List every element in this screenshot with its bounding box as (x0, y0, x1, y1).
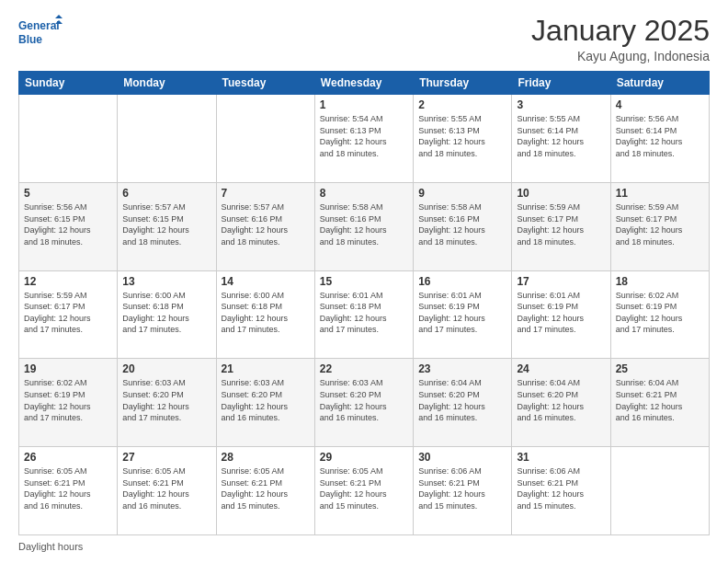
day-number: 27 (122, 451, 210, 464)
calendar-week-row: 26Sunrise: 6:05 AM Sunset: 6:21 PM Dayli… (19, 447, 710, 535)
calendar-cell: 9Sunrise: 5:58 AM Sunset: 6:16 PM Daylig… (414, 182, 512, 270)
calendar-cell: 20Sunrise: 6:03 AM Sunset: 6:20 PM Dayli… (118, 359, 216, 447)
calendar-cell: 15Sunrise: 6:01 AM Sunset: 6:18 PM Dayli… (314, 270, 413, 359)
day-info: Sunrise: 6:00 AM Sunset: 6:18 PM Dayligh… (222, 290, 310, 336)
calendar-cell (118, 95, 216, 183)
day-number: 26 (24, 451, 112, 464)
day-number: 18 (616, 275, 704, 288)
calendar-day-header: Thursday (414, 72, 512, 95)
calendar-cell: 19Sunrise: 6:02 AM Sunset: 6:19 PM Dayli… (19, 359, 118, 447)
calendar-week-row: 5Sunrise: 5:56 AM Sunset: 6:15 PM Daylig… (19, 182, 710, 270)
calendar-cell (216, 95, 314, 183)
day-info: Sunrise: 5:57 AM Sunset: 6:15 PM Dayligh… (122, 201, 210, 247)
calendar-cell: 16Sunrise: 6:01 AM Sunset: 6:19 PM Dayli… (414, 270, 512, 359)
calendar-cell: 22Sunrise: 6:03 AM Sunset: 6:20 PM Dayli… (314, 359, 413, 447)
day-number: 12 (24, 275, 112, 288)
day-info: Sunrise: 6:03 AM Sunset: 6:20 PM Dayligh… (122, 377, 210, 423)
day-number: 16 (418, 275, 506, 288)
svg-text:Blue: Blue (18, 33, 42, 46)
day-number: 10 (517, 187, 605, 200)
calendar-cell: 28Sunrise: 6:05 AM Sunset: 6:21 PM Dayli… (216, 447, 314, 535)
calendar-cell (610, 447, 709, 535)
calendar-cell: 8Sunrise: 5:58 AM Sunset: 6:16 PM Daylig… (314, 182, 413, 270)
day-info: Sunrise: 5:58 AM Sunset: 6:16 PM Dayligh… (418, 201, 506, 247)
calendar-cell: 17Sunrise: 6:01 AM Sunset: 6:19 PM Dayli… (512, 270, 610, 359)
calendar-cell: 31Sunrise: 6:06 AM Sunset: 6:21 PM Dayli… (512, 447, 610, 535)
day-number: 15 (320, 275, 408, 288)
day-number: 2 (418, 98, 506, 111)
day-number: 4 (616, 98, 704, 111)
logo-svg: General Blue (18, 15, 63, 50)
day-number: 11 (616, 187, 704, 200)
day-info: Sunrise: 6:05 AM Sunset: 6:21 PM Dayligh… (122, 465, 210, 511)
day-number: 3 (517, 98, 605, 111)
calendar-cell: 6Sunrise: 5:57 AM Sunset: 6:15 PM Daylig… (118, 182, 216, 270)
day-info: Sunrise: 6:02 AM Sunset: 6:19 PM Dayligh… (24, 377, 112, 423)
calendar-day-header: Friday (512, 72, 610, 95)
calendar-cell: 25Sunrise: 6:04 AM Sunset: 6:21 PM Dayli… (610, 359, 709, 447)
svg-text:General: General (18, 19, 60, 32)
day-info: Sunrise: 6:04 AM Sunset: 6:20 PM Dayligh… (418, 377, 506, 423)
day-info: Sunrise: 5:57 AM Sunset: 6:16 PM Dayligh… (222, 201, 310, 247)
day-info: Sunrise: 6:05 AM Sunset: 6:21 PM Dayligh… (320, 465, 408, 511)
calendar-cell: 12Sunrise: 5:59 AM Sunset: 6:17 PM Dayli… (19, 270, 118, 359)
day-info: Sunrise: 6:06 AM Sunset: 6:21 PM Dayligh… (517, 465, 605, 511)
day-number: 28 (222, 451, 310, 464)
calendar-day-header: Saturday (610, 72, 709, 95)
day-info: Sunrise: 5:56 AM Sunset: 6:14 PM Dayligh… (616, 113, 704, 159)
day-info: Sunrise: 5:56 AM Sunset: 6:15 PM Dayligh… (24, 201, 112, 247)
day-number: 9 (418, 187, 506, 200)
day-number: 19 (24, 362, 112, 375)
calendar-day-header: Wednesday (314, 72, 413, 95)
day-info: Sunrise: 6:04 AM Sunset: 6:20 PM Dayligh… (517, 377, 605, 423)
day-number: 8 (320, 187, 408, 200)
day-number: 30 (418, 451, 506, 464)
day-number: 24 (517, 362, 605, 375)
day-number: 31 (517, 451, 605, 464)
day-info: Sunrise: 6:00 AM Sunset: 6:18 PM Dayligh… (122, 290, 210, 336)
calendar-header-row: SundayMondayTuesdayWednesdayThursdayFrid… (19, 72, 710, 95)
day-number: 5 (24, 187, 112, 200)
day-info: Sunrise: 6:05 AM Sunset: 6:21 PM Dayligh… (222, 465, 310, 511)
day-info: Sunrise: 5:55 AM Sunset: 6:13 PM Dayligh… (418, 113, 506, 159)
calendar-cell: 3Sunrise: 5:55 AM Sunset: 6:14 PM Daylig… (512, 95, 610, 183)
day-info: Sunrise: 6:04 AM Sunset: 6:21 PM Dayligh… (616, 377, 704, 423)
calendar-cell: 11Sunrise: 5:59 AM Sunset: 6:17 PM Dayli… (610, 182, 709, 270)
calendar-cell: 24Sunrise: 6:04 AM Sunset: 6:20 PM Dayli… (512, 359, 610, 447)
day-number: 21 (222, 362, 310, 375)
calendar-cell: 4Sunrise: 5:56 AM Sunset: 6:14 PM Daylig… (610, 95, 709, 183)
day-number: 6 (122, 187, 210, 200)
calendar-cell: 14Sunrise: 6:00 AM Sunset: 6:18 PM Dayli… (216, 270, 314, 359)
calendar-cell: 21Sunrise: 6:03 AM Sunset: 6:20 PM Dayli… (216, 359, 314, 447)
calendar-cell: 13Sunrise: 6:00 AM Sunset: 6:18 PM Dayli… (118, 270, 216, 359)
logo: General Blue (18, 15, 63, 50)
day-number: 7 (222, 187, 310, 200)
calendar-day-header: Sunday (19, 72, 118, 95)
calendar-table: SundayMondayTuesdayWednesdayThursdayFrid… (18, 71, 710, 535)
subtitle: Kayu Agung, Indonesia (531, 49, 710, 63)
day-info: Sunrise: 5:54 AM Sunset: 6:13 PM Dayligh… (320, 113, 408, 159)
day-info: Sunrise: 5:58 AM Sunset: 6:16 PM Dayligh… (320, 201, 408, 247)
calendar-week-row: 12Sunrise: 5:59 AM Sunset: 6:17 PM Dayli… (19, 270, 710, 359)
calendar-day-header: Tuesday (216, 72, 314, 95)
day-number: 17 (517, 275, 605, 288)
calendar-cell: 18Sunrise: 6:02 AM Sunset: 6:19 PM Dayli… (610, 270, 709, 359)
calendar-cell: 10Sunrise: 5:59 AM Sunset: 6:17 PM Dayli… (512, 182, 610, 270)
day-number: 20 (122, 362, 210, 375)
main-title: January 2025 (531, 15, 710, 47)
calendar-cell: 27Sunrise: 6:05 AM Sunset: 6:21 PM Dayli… (118, 447, 216, 535)
calendar-week-row: 1Sunrise: 5:54 AM Sunset: 6:13 PM Daylig… (19, 95, 710, 183)
day-number: 23 (418, 362, 506, 375)
day-number: 13 (122, 275, 210, 288)
svg-marker-2 (55, 15, 63, 18)
day-info: Sunrise: 6:03 AM Sunset: 6:20 PM Dayligh… (320, 377, 408, 423)
calendar-cell: 1Sunrise: 5:54 AM Sunset: 6:13 PM Daylig… (314, 95, 413, 183)
day-info: Sunrise: 6:03 AM Sunset: 6:20 PM Dayligh… (222, 377, 310, 423)
title-block: January 2025 Kayu Agung, Indonesia (531, 15, 710, 63)
day-info: Sunrise: 6:06 AM Sunset: 6:21 PM Dayligh… (418, 465, 506, 511)
calendar-cell: 30Sunrise: 6:06 AM Sunset: 6:21 PM Dayli… (414, 447, 512, 535)
calendar-cell: 5Sunrise: 5:56 AM Sunset: 6:15 PM Daylig… (19, 182, 118, 270)
day-info: Sunrise: 5:59 AM Sunset: 6:17 PM Dayligh… (517, 201, 605, 247)
day-number: 22 (320, 362, 408, 375)
calendar-week-row: 19Sunrise: 6:02 AM Sunset: 6:19 PM Dayli… (19, 359, 710, 447)
